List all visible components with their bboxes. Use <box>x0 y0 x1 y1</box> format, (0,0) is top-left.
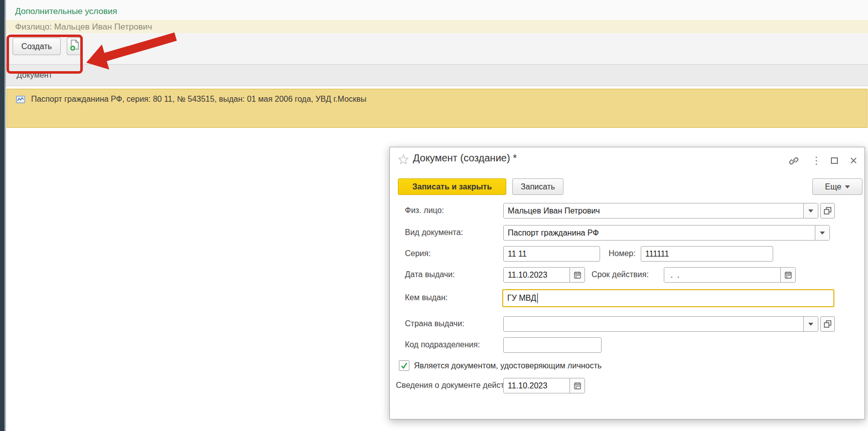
open-in-form-icon <box>824 207 831 214</box>
dialog-title: Документ (создание) * <box>413 152 517 164</box>
screen: Дополнительные условия Физлицо: Мальцев … <box>0 0 868 431</box>
annotation-arrow-icon <box>75 28 206 83</box>
left-edge-strip <box>0 0 5 431</box>
identity-document-checkbox-label: Является документом, удостоверяющим личн… <box>414 361 602 370</box>
issue-date-field-label: Дата выдачи: <box>405 270 455 279</box>
number-input[interactable] <box>641 246 773 262</box>
info-valid-from-input[interactable] <box>504 378 569 393</box>
text-cursor <box>537 293 538 303</box>
document-row-selected[interactable]: Паспорт гражданина РФ, серия: 80 11, № 5… <box>7 89 867 128</box>
validity-date-input[interactable] <box>664 268 780 282</box>
country-input[interactable] <box>504 317 803 331</box>
more-options-kebab-icon[interactable]: ⋮ <box>810 154 822 166</box>
close-icon[interactable]: × <box>847 154 859 166</box>
favorite-star-icon[interactable] <box>398 154 409 167</box>
copy-link-icon[interactable] <box>787 154 799 166</box>
validity-date-field <box>664 267 796 283</box>
doc-type-input[interactable] <box>504 226 815 240</box>
validity-field-label: Срок действия: <box>592 270 649 279</box>
country-combo <box>503 316 818 332</box>
country-field-label: Страна выдачи: <box>405 319 464 328</box>
maximize-icon[interactable] <box>828 154 840 166</box>
country-open-button[interactable] <box>820 316 835 332</box>
open-in-form-icon <box>824 320 831 328</box>
issue-date-calendar-icon[interactable] <box>569 268 585 282</box>
person-field-label: Физ. лицо: <box>405 206 444 215</box>
save-and-close-button[interactable]: Записать и закрыть <box>398 178 506 195</box>
save-button[interactable]: Записать <box>512 178 563 195</box>
issued-by-value: ГУ МВД <box>507 294 536 303</box>
doc-type-combo <box>503 225 830 241</box>
issue-date-input[interactable] <box>504 268 569 282</box>
dept-code-input[interactable] <box>503 337 602 353</box>
document-create-dialog: Документ (создание) * ⋮ × Записать и зак… <box>389 147 865 419</box>
info-valid-from-calendar-icon[interactable] <box>569 378 585 393</box>
issued-by-input[interactable]: ГУ МВД <box>502 289 834 307</box>
additional-conditions-link[interactable]: Дополнительные условия <box>15 7 117 17</box>
doc-type-dropdown-icon[interactable] <box>815 226 829 240</box>
info-valid-from-field <box>503 378 585 393</box>
document-row-text: Паспорт гражданина РФ, серия: 80 11, № 5… <box>31 95 366 104</box>
issue-date-field <box>503 267 585 283</box>
more-button-label: Еще <box>825 182 841 191</box>
series-input[interactable] <box>503 246 600 262</box>
number-field-label: Номер: <box>609 249 636 258</box>
checkmark-icon <box>400 361 408 370</box>
doc-type-field-label: Вид документа: <box>405 228 463 237</box>
validity-calendar-icon[interactable] <box>780 268 795 282</box>
person-open-button[interactable] <box>820 203 835 219</box>
chevron-down-icon <box>845 185 850 188</box>
more-button[interactable]: Еще <box>812 178 862 195</box>
series-field-label: Серия: <box>405 249 430 258</box>
person-dropdown-icon[interactable] <box>803 203 818 218</box>
person-combo <box>503 203 818 219</box>
identity-document-checkbox[interactable] <box>399 360 409 371</box>
annotation-rectangle <box>7 35 83 74</box>
dept-code-field-label: Код подразделения: <box>405 340 480 349</box>
document-record-icon <box>16 96 25 103</box>
country-dropdown-icon[interactable] <box>803 317 818 331</box>
issued-by-field-label: Кем выдан: <box>405 293 448 302</box>
person-input[interactable] <box>504 203 803 218</box>
